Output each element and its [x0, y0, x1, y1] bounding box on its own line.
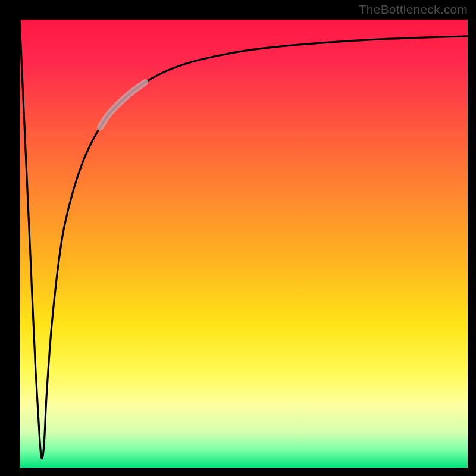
- attribution-text: TheBottleneck.com: [359, 2, 468, 17]
- chart-frame: TheBottleneck.com: [0, 0, 476, 476]
- curve-layer: [0, 0, 476, 476]
- bottleneck-curve: [20, 20, 468, 459]
- highlight-segment: [101, 82, 145, 127]
